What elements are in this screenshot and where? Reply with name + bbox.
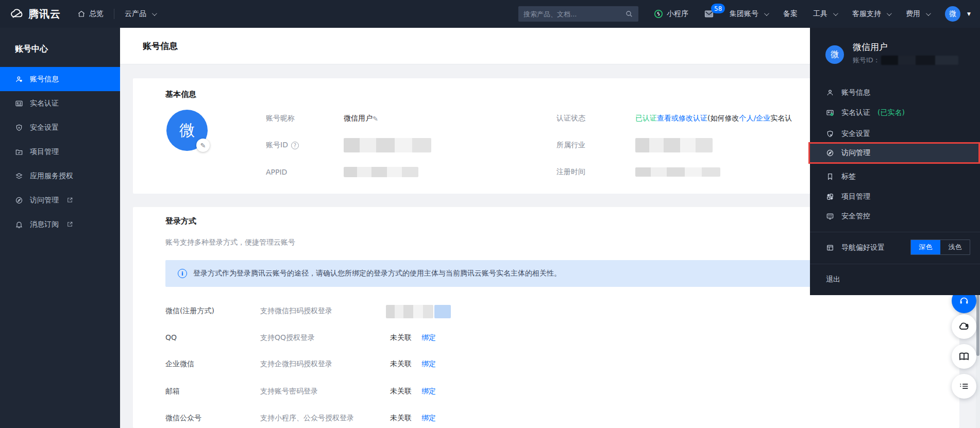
panel-item-identity-verify[interactable]: 实名认证 (已实名) xyxy=(810,104,980,122)
nav-overview[interactable]: 总览 xyxy=(77,9,104,19)
sidebar-item-app-service-auth[interactable]: 应用服务授权 xyxy=(0,164,120,188)
enterprise-cert-link[interactable]: 企业 xyxy=(756,114,770,123)
layers-icon xyxy=(15,172,23,180)
id-card-check-icon xyxy=(826,109,834,117)
login-row-wechat: 微信(注册方式) 支持微信扫码授权登录 xyxy=(133,306,959,319)
email-status: 未关联 xyxy=(390,387,412,396)
view-modify-cert-link[interactable]: 查看或修改认证 xyxy=(657,114,707,123)
sidebar-item-security-settings[interactable]: 安全设置 xyxy=(0,115,120,140)
login-methods-subtitle: 账号支持多种登录方式，便捷管理云账号 xyxy=(165,238,295,247)
wechat-action-redacted xyxy=(434,305,451,318)
docs-button[interactable] xyxy=(952,344,976,369)
theme-light-button[interactable]: 浅色 xyxy=(940,240,970,254)
panel-item-project-management[interactable]: 项目管理 xyxy=(810,187,980,206)
tencent-cloud-account-page: 腾讯云 总览 云产品 xyxy=(0,0,980,428)
panel-user-name: 微信用户 xyxy=(853,41,888,53)
personal-cert-link[interactable]: 个人 xyxy=(739,114,753,123)
account-id-redacted xyxy=(344,138,431,152)
wechat-binding-redacted xyxy=(386,305,433,318)
user-icon xyxy=(826,89,834,97)
panel-avatar: 微 xyxy=(825,45,844,64)
edit-nickname-icon[interactable]: ✎ xyxy=(373,115,378,123)
panel-item-security-settings[interactable]: 安全设置 xyxy=(810,125,980,143)
nav-support[interactable]: 客服支持 xyxy=(852,9,890,19)
logout-button[interactable]: 退出 xyxy=(826,270,840,289)
external-link-icon xyxy=(66,221,73,228)
chevron-down-icon xyxy=(833,11,838,16)
panel-divider xyxy=(810,232,980,232)
wecom-status: 未关联 xyxy=(390,359,412,369)
regtime-redacted xyxy=(635,167,720,177)
nav-tools[interactable]: 工具 xyxy=(813,9,837,19)
industry-label: 所属行业 xyxy=(556,141,585,150)
bind-email-link[interactable]: 绑定 xyxy=(421,387,436,396)
login-banner-text: 登录方式作为登录腾讯云账号的途径，请确认您所绑定的登录方式的使用主体与当前腾讯云… xyxy=(193,269,561,278)
cam-compass-icon xyxy=(826,149,834,157)
appid-redacted xyxy=(344,167,418,177)
grid-icon xyxy=(826,193,834,201)
sidebar-item-identity-verify[interactable]: 实名认证 xyxy=(0,91,120,115)
tencent-cloud-logo-icon xyxy=(10,7,24,21)
nav-billing[interactable]: 费用 xyxy=(906,9,930,19)
cloud-alert-button[interactable] xyxy=(952,314,976,339)
survey-button[interactable] xyxy=(952,374,976,399)
sidebar-item-message-subscription[interactable]: 消息订阅 xyxy=(0,212,120,236)
nav-user-avatar[interactable]: 微 ▼ xyxy=(945,6,971,22)
open-book-icon xyxy=(958,350,970,363)
cert-status-value: 已认证 xyxy=(635,114,657,123)
panel-item-account-info[interactable]: 账号信息 xyxy=(810,83,980,102)
sidebar-item-access-management[interactable]: 访问管理 xyxy=(0,188,120,212)
bell-icon xyxy=(15,220,23,229)
panel-divider xyxy=(810,264,980,264)
nav-search-box[interactable] xyxy=(518,6,638,22)
qq-status: 未关联 xyxy=(390,333,412,343)
nav-icp[interactable]: 备案 xyxy=(783,9,798,19)
help-icon[interactable]: ? xyxy=(291,142,299,149)
sidebar-item-account-info[interactable]: 账号信息 xyxy=(0,67,120,91)
theme-dark-button[interactable]: 深色 xyxy=(911,240,940,254)
bind-official-account-link[interactable]: 绑定 xyxy=(421,414,436,423)
search-input[interactable] xyxy=(523,10,625,18)
folder-check-icon xyxy=(15,148,23,156)
official-account-status: 未关联 xyxy=(390,414,412,423)
id-card-icon xyxy=(15,99,23,108)
cloud-bell-icon xyxy=(958,320,970,333)
bookmark-icon xyxy=(826,173,834,181)
login-row-official-account: 微信公众号 支持小程序、公众号授权登录 未关联 绑定 xyxy=(133,414,959,426)
basic-info-title: 基本信息 xyxy=(165,90,196,99)
search-icon[interactable] xyxy=(625,10,633,18)
page-title: 账号信息 xyxy=(143,40,178,52)
panel-item-tags[interactable]: 标签 xyxy=(810,167,980,186)
cert-status-label: 认证状态 xyxy=(556,114,585,123)
mail-count-badge: 58 xyxy=(711,4,725,13)
theme-toggle: 深色 浅色 xyxy=(910,239,970,255)
login-row-email: 邮箱 支持账号密码登录 未关联 绑定 xyxy=(133,387,959,399)
panel-item-access-management-highlighted[interactable]: 访问管理 xyxy=(808,142,980,164)
list-icon xyxy=(958,381,970,392)
chevron-down-icon xyxy=(764,11,769,16)
headset-icon xyxy=(958,295,970,306)
account-center-sidebar: 账号中心 账号信息 实名认证 安全设置 项目管理 xyxy=(0,28,120,428)
info-icon: i xyxy=(178,269,187,278)
brand-logo[interactable]: 腾讯云 xyxy=(10,7,61,21)
panel-item-security-control[interactable]: 安全管控 xyxy=(810,207,980,226)
avatar: 微 xyxy=(945,6,960,22)
login-row-qq: QQ 支持QQ授权登录 未关联 绑定 xyxy=(133,333,959,346)
regtime-label: 注册时间 xyxy=(556,167,585,177)
chevron-down-icon xyxy=(887,11,892,16)
scrollbar-thumb[interactable] xyxy=(976,295,979,356)
nickname-value: 微信用户 xyxy=(344,114,373,123)
chevron-down-icon xyxy=(152,11,157,16)
user-dropdown-panel: 微 微信用户 账号ID： 账号信息 实名认证 (已实名) 安全设置 xyxy=(810,28,980,295)
bind-qq-link[interactable]: 绑定 xyxy=(421,333,436,343)
nav-cloud-products[interactable]: 云产品 xyxy=(125,9,156,19)
user-card-icon xyxy=(15,75,23,83)
sidebar-item-project-management[interactable]: 项目管理 xyxy=(0,140,120,164)
nav-group-account[interactable]: 集团账号 xyxy=(730,9,768,19)
bind-wecom-link[interactable]: 绑定 xyxy=(421,359,436,369)
login-methods-title: 登录方式 xyxy=(165,216,196,226)
nav-messages[interactable]: 58 xyxy=(704,9,714,19)
nav-mini-program[interactable]: 小程序 xyxy=(654,9,688,19)
edit-avatar-button[interactable]: ✎ xyxy=(196,139,210,152)
layout-icon xyxy=(826,244,834,252)
